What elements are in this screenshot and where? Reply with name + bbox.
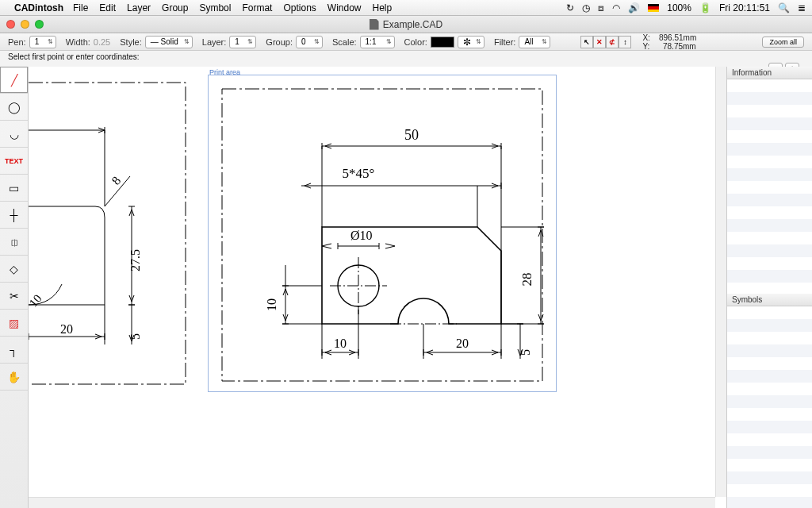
keyboard-layout-flag-icon[interactable] xyxy=(648,4,659,12)
polyline-tool[interactable]: ┐ xyxy=(0,337,28,364)
dimension-tool[interactable]: ┼ xyxy=(0,202,28,229)
svg-text:28: 28 xyxy=(519,273,534,287)
symbols-panel-body xyxy=(727,306,812,508)
drawing-left-part: 8 10 27.5 20 5 xyxy=(29,67,203,400)
svg-text:10: 10 xyxy=(265,298,278,311)
snap-mode-group: ↖ ✕ ⊄ ↕ xyxy=(580,36,631,48)
menu-edit[interactable]: Edit xyxy=(99,2,116,13)
wifi-icon[interactable]: ◠ xyxy=(612,2,620,13)
svg-text:5: 5 xyxy=(128,333,142,340)
group-select[interactable]: 0 xyxy=(296,36,323,48)
svg-text:10: 10 xyxy=(334,337,347,350)
svg-text:8: 8 xyxy=(109,174,123,187)
layer-select[interactable]: 1 xyxy=(229,36,256,48)
menu-layer[interactable]: Layer xyxy=(127,2,151,13)
close-window-button[interactable] xyxy=(6,20,15,29)
filter-select[interactable]: All xyxy=(519,36,550,48)
menu-symbol[interactable]: Symbol xyxy=(199,2,231,13)
layer-label: Layer: xyxy=(202,37,227,47)
minimize-window-button[interactable] xyxy=(21,20,29,29)
zoom-window-button[interactable] xyxy=(35,20,44,29)
canvas-scrollbar-horizontal[interactable] xyxy=(29,497,715,508)
symbols-panel-header[interactable]: Symbols xyxy=(727,294,812,306)
battery-icon[interactable]: 🔋 xyxy=(699,2,711,13)
bluetooth-icon[interactable]: ⧈ xyxy=(598,2,604,13)
window-titlebar: Example.CAD xyxy=(0,16,812,33)
color-label: Color: xyxy=(404,37,427,47)
scale-label: Scale: xyxy=(332,37,357,47)
svg-text:Ø10: Ø10 xyxy=(350,229,373,242)
side-panel: Information Symbols xyxy=(726,67,812,508)
svg-text:5*45°: 5*45° xyxy=(343,166,375,181)
align-tool[interactable]: ⎅ xyxy=(0,229,28,256)
group-label: Group: xyxy=(266,37,293,47)
settings-gear-button[interactable]: ✼ xyxy=(458,36,485,48)
svg-text:5: 5 xyxy=(519,349,532,356)
menu-options[interactable]: Options xyxy=(283,2,316,13)
notification-center-icon[interactable]: ≣ xyxy=(798,2,806,13)
rect-tool[interactable]: ▭ xyxy=(0,175,28,202)
text-tool[interactable]: TEXT xyxy=(0,148,28,175)
spotlight-icon[interactable]: 🔍 xyxy=(778,2,790,13)
color-swatch[interactable] xyxy=(431,37,454,48)
svg-text:20: 20 xyxy=(60,322,73,336)
trim-tool[interactable]: ✂ xyxy=(0,283,28,310)
app-name[interactable]: CADintosh xyxy=(14,2,63,13)
document-proxy-icon[interactable] xyxy=(370,19,379,30)
zoom-all-button[interactable]: Zoom all xyxy=(762,37,804,48)
circle-tool[interactable]: ◯ xyxy=(0,94,28,121)
macos-menubar: CADintosh File Edit Layer Group Symbol F… xyxy=(0,0,812,16)
command-prompt-label: Select first point or enter coordinates: xyxy=(0,51,812,61)
information-panel-body xyxy=(727,79,812,294)
menu-help[interactable]: Help xyxy=(373,2,393,13)
pen-select[interactable]: 1 xyxy=(29,36,56,48)
cursor-coordinates: X: 896.51mm Y: 78.75mm xyxy=(642,33,696,51)
svg-text:10: 10 xyxy=(29,292,44,310)
snap-off-button[interactable]: ✕ xyxy=(593,36,606,48)
time-machine-icon[interactable]: ◷ xyxy=(582,2,590,13)
canvas-scrollbar-vertical[interactable] xyxy=(715,67,726,497)
width-label: Width: xyxy=(66,37,90,47)
line-tool[interactable]: ╱ xyxy=(0,67,28,94)
volume-icon[interactable]: 🔊 xyxy=(628,2,640,13)
style-select[interactable]: — Solid xyxy=(145,36,193,48)
pen-label: Pen: xyxy=(8,37,26,47)
sync-icon[interactable]: ↻ xyxy=(566,2,574,13)
properties-toolbar: Pen: 1 Width: 0.25 Style: — Solid Layer:… xyxy=(0,33,812,51)
window-title: Example.CAD xyxy=(383,19,442,30)
menu-group[interactable]: Group xyxy=(162,2,188,13)
snap-tool[interactable]: ◇ xyxy=(0,256,28,283)
filter-label: Filter: xyxy=(494,37,516,47)
menu-format[interactable]: Format xyxy=(242,2,272,13)
arc-tool[interactable]: ◡ xyxy=(0,121,28,148)
snap-endpoint-button[interactable]: ↖ xyxy=(580,36,593,48)
svg-text:27.5: 27.5 xyxy=(128,249,142,271)
width-value: 0.25 xyxy=(94,37,110,47)
pan-tool[interactable]: ✋ xyxy=(0,364,28,391)
battery-percent: 100% xyxy=(667,2,691,13)
hatch-tool[interactable]: ▨ xyxy=(0,310,28,337)
menubar-clock[interactable]: Fri 20:11:51 xyxy=(719,2,770,13)
menu-window[interactable]: Window xyxy=(327,2,362,13)
svg-text:50: 50 xyxy=(404,127,419,143)
style-label: Style: xyxy=(120,37,142,47)
scale-select[interactable]: 1:1 xyxy=(360,36,395,48)
snap-perpendicular-button[interactable]: ↕ xyxy=(619,36,631,48)
tool-palette: ╱◯◡TEXT▭┼⎅◇✂▨┐✋ xyxy=(0,67,29,508)
snap-intersect-button[interactable]: ⊄ xyxy=(606,36,619,48)
menu-file[interactable]: File xyxy=(73,2,88,13)
svg-text:20: 20 xyxy=(456,337,469,350)
drawing-main-part: 50 5*45° Ø10 28 10 10 20 xyxy=(219,86,546,384)
svg-rect-5 xyxy=(222,89,542,381)
drawing-canvas[interactable]: Print area 8 10 27.5 20 5 xyxy=(29,67,726,508)
information-panel-header[interactable]: Information xyxy=(727,67,812,79)
